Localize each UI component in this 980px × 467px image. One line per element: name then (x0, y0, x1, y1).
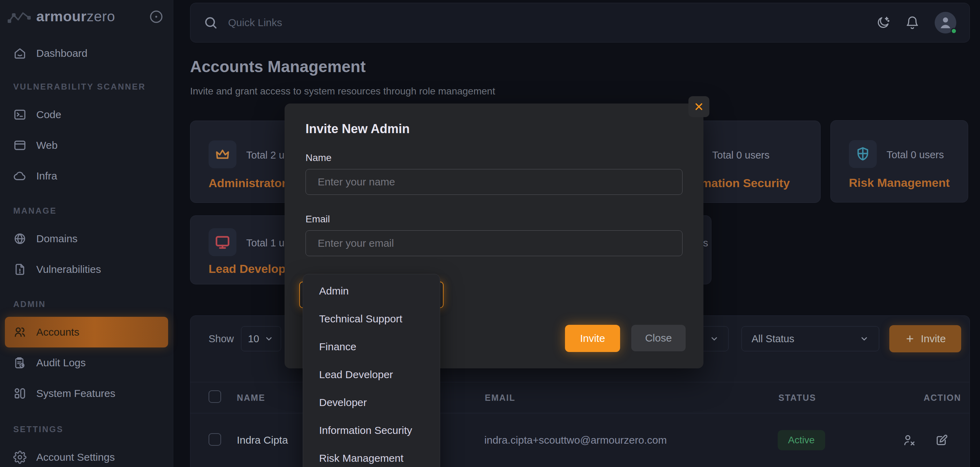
sidebar-section: ADMINAccountsAudit LogsSystem Features (5, 299, 168, 409)
person-icon (937, 14, 953, 31)
status-badge: Active (778, 430, 825, 450)
sidebar-section-header: VULNERABILITY SCANNER (13, 82, 168, 92)
sidebar-item-dashboard[interactable]: Dashboard (5, 38, 168, 69)
file-alert-icon (13, 263, 27, 276)
role-option-lead-developer[interactable]: Lead Developer (303, 361, 440, 389)
role-option-finance[interactable]: Finance (303, 333, 440, 361)
sidebar-item-label: Domains (36, 233, 78, 245)
logo-row: armourzero (0, 0, 173, 25)
row-actions (902, 434, 969, 447)
chevron-down-icon (859, 334, 869, 344)
edit-icon[interactable] (935, 434, 948, 447)
table-header-email: EMAIL (485, 393, 778, 403)
modal-close-button[interactable] (689, 96, 710, 117)
sidebar-item-label: Audit Logs (36, 357, 86, 369)
row-checkbox[interactable] (208, 433, 221, 446)
name-field[interactable] (305, 169, 682, 195)
role-option-admin[interactable]: Admin (303, 277, 440, 305)
role-option-technical-support[interactable]: Technical Support (303, 305, 440, 333)
avatar[interactable] (935, 12, 956, 33)
sidebar-item-system-features[interactable]: System Features (5, 378, 168, 409)
brand-name: armourzero (36, 8, 115, 25)
dark-mode-moon-icon[interactable] (876, 16, 890, 30)
sidebar-section: SETTINGSAccount Settings (5, 424, 168, 467)
shield-icon (855, 146, 871, 162)
card-role-title: Risk Management (849, 176, 950, 190)
sidebar-section-header: MANAGE (13, 206, 168, 216)
users-icon (13, 326, 27, 339)
sidebar-section-header: SETTINGS (13, 424, 168, 434)
sidebar-item-web[interactable]: Web (5, 130, 168, 160)
modal-title: Invite New Admin (305, 122, 682, 136)
sidebar-item-audit-logs[interactable]: Audit Logs (5, 348, 168, 378)
table-header-action: ACTION (904, 393, 969, 403)
globe-icon (13, 232, 27, 245)
monitor-icon (215, 234, 231, 250)
sidebar-item-label: Code (36, 109, 61, 121)
card-role-title: Lead Developer (208, 262, 297, 276)
sidebar-item-label: Account Settings (36, 451, 115, 463)
email-label: Email (305, 214, 682, 225)
invite-button[interactable]: Invite (889, 325, 961, 352)
notifications-bell-icon[interactable] (905, 16, 919, 30)
sidebar-item-label: Infra (36, 170, 57, 182)
close-icon (693, 101, 705, 112)
card-total-users: Total 0 users (886, 149, 944, 160)
sidebar-section: VULNERABILITY SCANNERCodeWebInfra (5, 82, 168, 191)
chevron-down-icon (710, 334, 719, 344)
sidebar-item-label: Web (36, 140, 57, 151)
sidebar-item-label: Dashboard (36, 48, 88, 59)
gear-icon (13, 451, 27, 464)
role-option-information-security[interactable]: Information Security (303, 416, 440, 444)
modal-invite-button[interactable]: Invite (565, 325, 620, 352)
sidebar-item-account-settings[interactable]: Account Settings (5, 442, 168, 467)
card-risk-management: Total 0 users Risk Management (830, 120, 968, 202)
sidebar-nav: DashboardVULNERABILITY SCANNERCodeWebInf… (0, 38, 173, 467)
clipboard-clock-icon (13, 356, 27, 369)
name-label: Name (305, 152, 682, 164)
card-total-users: Total 0 users (712, 149, 769, 161)
browser-icon (13, 139, 27, 152)
status-filter-value: All Status (752, 333, 794, 345)
sidebar-item-accounts[interactable]: Accounts (5, 317, 168, 348)
sidebar-item-infra[interactable]: Infra (5, 160, 168, 191)
search-icon (204, 16, 218, 30)
page-size-select[interactable]: 10 (241, 326, 281, 351)
sidebar-item-label: Vulnerabilities (36, 264, 101, 275)
chevron-down-icon (264, 334, 274, 344)
topbar-actions (876, 12, 956, 33)
modal-actions: Invite Close (565, 325, 686, 352)
sidebar-item-code[interactable]: Code (5, 99, 168, 130)
sidebar-section: Dashboard (5, 38, 168, 69)
main-area: Accounts Management Invite and grant acc… (173, 0, 980, 467)
logo-zigzag-icon (8, 9, 31, 24)
cell-email: indra.cipta+scouttwo@armourzero.com (484, 434, 778, 446)
sidebar-item-vulnerabilities[interactable]: Vulnerabilities (5, 254, 168, 285)
page-subtitle: Invite and grant access to system resour… (190, 86, 495, 97)
home-icon (13, 47, 27, 60)
card-role-title: Administrator (208, 176, 286, 190)
search-input[interactable] (228, 17, 876, 29)
status-filter-select[interactable]: All Status (741, 326, 879, 351)
terminal-icon (13, 108, 27, 121)
sidebar-item-label: Accounts (36, 326, 79, 338)
role-dropdown-menu: AdminTechnical SupportFinanceLead Develo… (303, 274, 440, 467)
sidebar-section-header: ADMIN (13, 299, 168, 309)
role-option-risk-management[interactable]: Risk Management (303, 444, 440, 467)
crown-icon (215, 146, 231, 162)
remove-user-icon[interactable] (902, 434, 916, 447)
sidebar-item-label: System Features (36, 388, 115, 399)
modal-close-action-button[interactable]: Close (631, 325, 686, 351)
sidebar: armourzero DashboardVULNERABILITY SCANNE… (0, 0, 173, 467)
topbar (190, 3, 970, 43)
email-field[interactable] (305, 230, 682, 256)
cloud-icon (13, 169, 27, 183)
sidebar-item-domains[interactable]: Domains (5, 223, 168, 254)
plus-icon (905, 334, 915, 344)
components-icon (13, 387, 27, 400)
select-all-checkbox[interactable] (208, 390, 221, 403)
sidebar-section: MANAGEDomainsVulnerabilities (5, 206, 168, 285)
sidebar-collapse-icon[interactable] (149, 9, 164, 24)
role-option-developer[interactable]: Developer (303, 389, 440, 416)
page-title: Accounts Management (190, 57, 366, 76)
